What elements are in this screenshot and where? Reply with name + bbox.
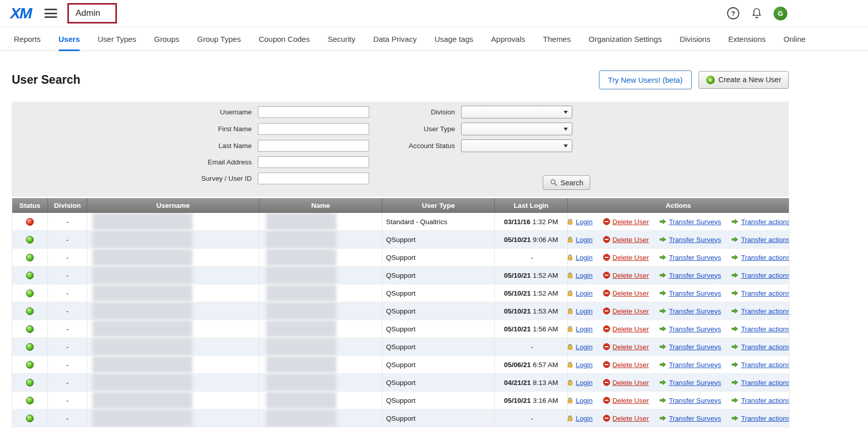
user-type-value: QSupport xyxy=(386,272,416,279)
delete-user-link[interactable]: Delete User xyxy=(613,272,649,279)
transfer-surveys-link[interactable]: Transfer Surveys xyxy=(669,343,721,351)
create-new-user-label: Create a New User xyxy=(718,76,781,84)
redacted-username xyxy=(92,392,192,409)
transfer-surveys-link[interactable]: Transfer Surveys xyxy=(669,218,721,226)
create-new-user-button[interactable]: + Create a New User xyxy=(698,71,789,89)
transfer-surveys-link[interactable]: Transfer Surveys xyxy=(669,254,721,261)
survey-user-id-input[interactable] xyxy=(258,173,369,184)
transfer-surveys-link[interactable]: Transfer Surveys xyxy=(669,236,721,244)
try-new-users-button[interactable]: Try New Users! (beta) xyxy=(599,70,692,89)
division-value: - xyxy=(66,325,69,333)
nav-item-approvals[interactable]: Approvals xyxy=(491,27,525,51)
transfer-actions-action: Transfer actions xyxy=(731,343,789,351)
last-name-input[interactable] xyxy=(258,140,369,152)
status-cell xyxy=(12,231,48,249)
nav-item-divisions[interactable]: Divisions xyxy=(680,27,710,51)
user-avatar[interactable]: G xyxy=(774,7,787,20)
search-button[interactable]: Search xyxy=(543,175,590,190)
login-link[interactable]: Login xyxy=(576,397,593,404)
login-link[interactable]: Login xyxy=(576,343,593,351)
transfer-arrow-icon xyxy=(659,397,666,404)
delete-user-link[interactable]: Delete User xyxy=(613,379,649,387)
transfer-surveys-action: Transfer Surveys xyxy=(659,415,721,422)
transfer-actions-link[interactable]: Transfer actions xyxy=(741,415,789,422)
delete-user-link[interactable]: Delete User xyxy=(613,361,649,369)
delete-user-link[interactable]: Delete User xyxy=(613,254,649,261)
nav-item-user-types[interactable]: User Types xyxy=(98,27,136,51)
transfer-surveys-link[interactable]: Transfer Surveys xyxy=(669,415,721,422)
nav-item-themes[interactable]: Themes xyxy=(543,27,571,51)
transfer-actions-link[interactable]: Transfer actions xyxy=(741,361,789,369)
login-link[interactable]: Login xyxy=(576,254,593,261)
nav-item-organization-settings[interactable]: Organization Settings xyxy=(589,27,662,51)
last-login-time: 1:52 AM xyxy=(533,290,559,297)
login-link[interactable]: Login xyxy=(576,415,593,422)
admin-context-selector[interactable]: Admin xyxy=(67,3,117,23)
transfer-surveys-link[interactable]: Transfer Surveys xyxy=(669,290,721,297)
hamburger-menu-icon[interactable] xyxy=(44,9,57,18)
lock-icon xyxy=(568,326,573,332)
nav-item-security[interactable]: Security xyxy=(328,27,355,51)
lock-icon xyxy=(568,254,573,261)
transfer-actions-link[interactable]: Transfer actions xyxy=(741,307,789,315)
delete-user-link[interactable]: Delete User xyxy=(613,397,649,404)
nav-item-users[interactable]: Users xyxy=(59,27,80,51)
delete-user-link[interactable]: Delete User xyxy=(613,307,649,315)
transfer-actions-link[interactable]: Transfer actions xyxy=(741,397,789,404)
transfer-actions-link[interactable]: Transfer actions xyxy=(741,290,789,297)
transfer-actions-link[interactable]: Transfer actions xyxy=(741,379,789,387)
transfer-surveys-link[interactable]: Transfer Surveys xyxy=(669,379,721,387)
magnifier-icon xyxy=(550,179,558,186)
transfer-actions-link[interactable]: Transfer actions xyxy=(741,272,789,279)
delete-user-link[interactable]: Delete User xyxy=(613,218,649,226)
delete-user-link[interactable]: Delete User xyxy=(613,325,649,333)
username-input[interactable] xyxy=(258,106,369,118)
login-link[interactable]: Login xyxy=(576,272,593,279)
login-link[interactable]: Login xyxy=(576,379,593,387)
status-icon xyxy=(26,325,34,333)
login-link[interactable]: Login xyxy=(576,218,593,226)
delete-user-link[interactable]: Delete User xyxy=(613,415,649,422)
email-address-input[interactable] xyxy=(258,156,369,168)
transfer-actions-link[interactable]: Transfer actions xyxy=(741,343,789,351)
login-link[interactable]: Login xyxy=(576,307,593,315)
transfer-actions-link[interactable]: Transfer actions xyxy=(741,236,789,244)
user-type-select[interactable] xyxy=(461,123,572,135)
delete-user-link[interactable]: Delete User xyxy=(613,343,649,351)
nav-item-usage-tags[interactable]: Usage tags xyxy=(435,27,473,51)
delete-user-action: Delete User xyxy=(603,236,649,244)
login-link[interactable]: Login xyxy=(576,290,593,297)
nav-item-extensions[interactable]: Extensions xyxy=(728,27,765,51)
notifications-bell-icon[interactable] xyxy=(751,7,763,19)
redacted-name xyxy=(266,338,336,355)
transfer-arrow-icon xyxy=(731,397,738,404)
transfer-actions-action: Transfer actions xyxy=(731,415,789,422)
transfer-surveys-link[interactable]: Transfer Surveys xyxy=(669,325,721,333)
delete-user-link[interactable]: Delete User xyxy=(613,236,649,244)
first-name-input[interactable] xyxy=(258,123,369,135)
user-type-label: User Type xyxy=(363,125,455,133)
nav-item-group-types[interactable]: Group Types xyxy=(197,27,241,51)
account-status-select[interactable] xyxy=(461,139,572,152)
transfer-surveys-link[interactable]: Transfer Surveys xyxy=(669,307,721,315)
transfer-actions-link[interactable]: Transfer actions xyxy=(741,218,789,226)
status-cell xyxy=(12,409,48,427)
transfer-surveys-link[interactable]: Transfer Surveys xyxy=(669,272,721,279)
help-icon[interactable]: ? xyxy=(727,7,740,20)
nav-item-groups[interactable]: Groups xyxy=(154,27,179,51)
nav-item-online[interactable]: Online xyxy=(784,27,806,51)
transfer-surveys-link[interactable]: Transfer Surveys xyxy=(669,397,721,404)
transfer-actions-link[interactable]: Transfer actions xyxy=(741,325,789,333)
division-select[interactable] xyxy=(461,106,572,118)
nav-item-reports[interactable]: Reports xyxy=(14,27,41,51)
delete-user-action: Delete User xyxy=(603,361,649,369)
nav-item-data-privacy[interactable]: Data Privacy xyxy=(373,27,417,51)
transfer-surveys-link[interactable]: Transfer Surveys xyxy=(669,361,721,369)
transfer-actions-link[interactable]: Transfer actions xyxy=(741,254,789,261)
delete-user-link[interactable]: Delete User xyxy=(613,290,649,297)
delete-user-action: Delete User xyxy=(603,379,649,387)
login-link[interactable]: Login xyxy=(576,325,593,333)
nav-item-coupon-codes[interactable]: Coupon Codes xyxy=(259,27,310,51)
login-link[interactable]: Login xyxy=(576,361,593,369)
login-link[interactable]: Login xyxy=(576,236,593,244)
